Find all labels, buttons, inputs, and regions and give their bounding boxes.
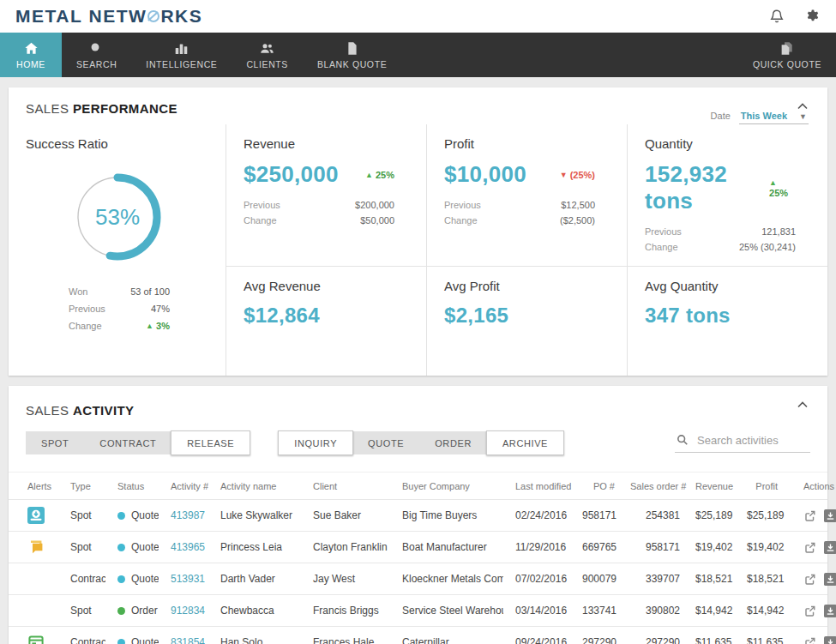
metric-panel-revenue: Revenue$250,000▲ 25%Previous$200,000Chan… <box>226 124 426 267</box>
cell-activity-name: Chewbacca <box>208 605 301 617</box>
metric-detail-row: Change($2,500) <box>444 215 595 226</box>
detail-value: $50,000 <box>360 215 394 226</box>
filter-inquiry-button[interactable]: INQUIRY <box>278 430 353 455</box>
sales-performance-title: SALES PERFORMANCE <box>26 101 810 116</box>
cell-type: Contract <box>58 573 105 585</box>
metric-value: $10,000 <box>444 161 526 188</box>
activity-number-link[interactable]: 413965 <box>171 541 205 553</box>
nav-item-label: INTELLIGENCE <box>146 59 217 69</box>
date-label: Date <box>711 111 731 121</box>
open-activity-button[interactable] <box>803 541 816 554</box>
cell-po-number: 900079 <box>580 573 629 585</box>
cell-alert <box>9 539 58 556</box>
detail-label: Previous <box>444 200 481 210</box>
date-range-value: This Week <box>741 111 787 121</box>
cell-last-modified: 07/02/2016 <box>503 573 580 585</box>
logo-text-netw: NETW <box>89 6 147 27</box>
filter-archive-button[interactable]: ARCHIVE <box>486 430 564 455</box>
nav-left: HOMESEARCHINTELLIGENCECLIENTSBLANK QUOTE <box>0 33 401 77</box>
filter-release-button[interactable]: RELEASE <box>171 430 250 455</box>
cell-status: Quote <box>105 636 159 644</box>
sales-performance-card: SALES PERFORMANCE Date This Week ▼ Succe… <box>9 87 827 376</box>
search-activities-input[interactable] <box>697 434 807 447</box>
success-stat-row: Previous47% <box>69 304 170 314</box>
filter-spot-button[interactable]: SPOT <box>26 431 84 454</box>
filter-quote-button[interactable]: QUOTE <box>352 431 419 454</box>
archive-activity-button[interactable] <box>824 541 836 554</box>
nav-item-home[interactable]: HOME <box>0 33 62 77</box>
bell-icon[interactable] <box>769 9 785 24</box>
collapse-activity-icon[interactable] <box>797 397 809 406</box>
cell-profit: $19,402 <box>745 541 791 553</box>
cell-activity-name: Darth Vader <box>208 573 301 585</box>
status-dot-icon <box>117 607 125 615</box>
cell-type: Spot <box>58 605 105 617</box>
gear-icon[interactable] <box>805 9 821 24</box>
cell-activity-number: 413987 <box>159 509 208 521</box>
cell-alert <box>9 507 58 524</box>
cell-actions <box>791 573 836 586</box>
table-row: SpotQuote413965Princess LeiaClayton Fran… <box>9 531 827 563</box>
cell-revenue: $18,521 <box>694 573 745 585</box>
nav-item-blank-quote[interactable]: BLANK QUOTE <box>303 33 401 77</box>
activity-number-link[interactable]: 831854 <box>171 636 205 644</box>
cell-revenue: $25,189 <box>694 509 745 521</box>
column-header-sales-order: Sales order # <box>629 481 694 491</box>
cell-revenue: $14,942 <box>694 605 745 617</box>
filter-order-button[interactable]: ORDER <box>419 431 487 454</box>
detail-value: ($2,500) <box>560 215 595 226</box>
activity-number-link[interactable]: 912834 <box>171 605 205 617</box>
status-dot-icon <box>117 639 125 644</box>
archive-activity-button[interactable] <box>824 636 836 644</box>
nav-item-clients[interactable]: CLIENTS <box>232 33 303 77</box>
sales-activity-title: SALES ACTIVITY <box>26 403 810 418</box>
cell-activity-number: 413965 <box>159 541 208 553</box>
column-header-activity: Activity # <box>159 481 208 491</box>
nav-item-quick-quote[interactable]: QUICK QUOTE <box>738 33 836 77</box>
open-activity-button[interactable] <box>803 573 816 586</box>
metric-detail-row: Change25% (30,241) <box>645 242 796 252</box>
metric-detail-row: Previous$200,000 <box>244 200 394 210</box>
cell-alert <box>9 634 58 644</box>
column-header-po: PO # <box>580 481 629 491</box>
column-header-last-modified: Last modified <box>503 481 580 491</box>
metric-value: $250,000 <box>244 161 339 188</box>
cell-sales-order-number: 297290 <box>629 636 694 644</box>
metric-panel-profit: Profit$10,000▼ (25%)Previous$12,500Chang… <box>426 124 627 267</box>
metric-detail-row: Previous121,831 <box>645 226 796 237</box>
nav-item-label: QUICK QUOTE <box>753 59 821 69</box>
open-activity-button[interactable] <box>803 605 816 617</box>
collapse-performance-icon[interactable] <box>797 99 809 107</box>
performance-grid: Success Ratio 53% Won53 of 100Previous47… <box>9 117 827 376</box>
up-arrow-icon: ▲ <box>769 178 777 187</box>
metric-delta: ▲ 25% <box>769 178 796 198</box>
nav-item-intelligence[interactable]: INTELLIGENCE <box>131 33 232 77</box>
success-stat-row: Change▲ 3% <box>69 321 170 331</box>
open-activity-button[interactable] <box>803 636 816 644</box>
activity-number-link[interactable]: 413987 <box>171 509 205 521</box>
table-header: AlertsTypeStatusActivity #Activity nameC… <box>9 472 827 499</box>
search-icon <box>89 41 104 56</box>
globe-o-icon <box>147 10 159 22</box>
activity-number-link[interactable]: 513931 <box>171 573 205 585</box>
column-header-status: Status <box>105 481 159 491</box>
metric-value: $12,864 <box>244 304 394 328</box>
detail-value: $200,000 <box>355 200 394 210</box>
nav-item-search[interactable]: SEARCH <box>62 33 131 77</box>
date-range-dropdown[interactable]: This Week ▼ <box>739 111 809 124</box>
cell-type: Spot <box>58 509 105 521</box>
filter-contract-button[interactable]: CONTRACT <box>84 431 171 454</box>
detail-label: Previous <box>244 200 280 210</box>
archive-activity-button[interactable] <box>824 605 836 617</box>
metric-detail-row: Previous$12,500 <box>444 200 595 210</box>
archive-activity-button[interactable] <box>824 509 836 522</box>
open-activity-button[interactable] <box>803 509 816 522</box>
cell-type: Contract <box>58 636 105 644</box>
cell-po-number: 297290 <box>580 636 629 644</box>
up-arrow-icon: ▲ <box>146 322 153 330</box>
chart-icon <box>174 41 189 56</box>
logo[interactable]: METAL NETWRKS <box>15 6 202 27</box>
status-dot-icon <box>117 544 125 551</box>
archive-activity-button[interactable] <box>824 573 836 586</box>
cell-activity-name: Han Solo <box>208 636 301 644</box>
